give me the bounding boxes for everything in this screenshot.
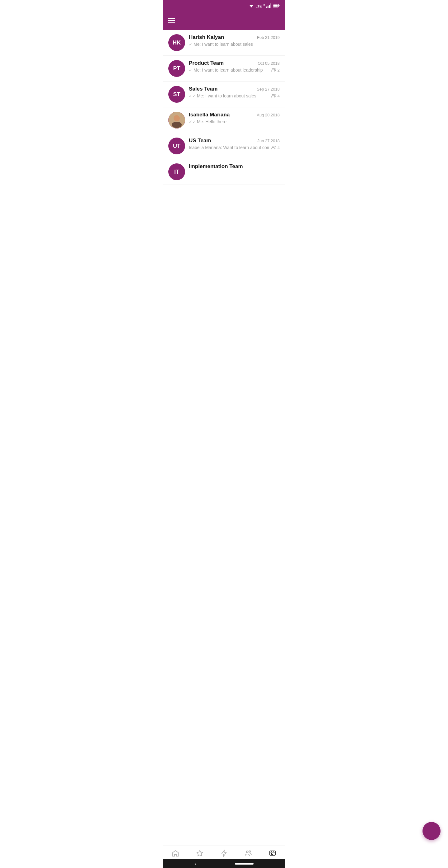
chat-name-row: US Team Jun 27,2018 — [189, 137, 280, 144]
chat-info-harish-kalyan: Harish Kalyan Feb 21,2019 ✓ Me: I want t… — [189, 34, 280, 47]
chat-date: Oct 05,2018 — [258, 61, 280, 66]
chat-preview-row: Isabella Mariana: Want to learn about co… — [189, 145, 280, 150]
chat-item-isabella-mariana[interactable]: Isabella Mariana Aug 20,2018 ✓✓ Me: Hell… — [163, 107, 285, 133]
chat-preview: Isabella Mariana: Want to learn about co… — [189, 145, 269, 150]
chat-info-us-team: US Team Jun 27,2018 Isabella Mariana: Wa… — [189, 137, 280, 150]
chat-name-row: Product Team Oct 05,2018 — [189, 60, 280, 66]
status-icons: LTE R — [249, 3, 280, 8]
chat-name: Isabella Mariana — [189, 112, 230, 118]
chat-name: Sales Team — [189, 86, 218, 92]
chat-date: Feb 21,2019 — [257, 35, 280, 40]
avatar-harish-kalyan: HK — [168, 34, 185, 51]
menu-button[interactable] — [168, 18, 175, 23]
chat-item-harish-kalyan[interactable]: HK Harish Kalyan Feb 21,2019 ✓ Me: I wan… — [163, 30, 285, 56]
back-button[interactable]: ‹ — [194, 861, 196, 866]
chat-info-isabella-mariana: Isabella Mariana Aug 20,2018 ✓✓ Me: Hell… — [189, 112, 280, 124]
people-icon — [271, 145, 276, 150]
people-icon — [271, 68, 276, 72]
chat-preview: ✓ Me: I want to learn about sales — [189, 42, 280, 47]
chat-preview-row: ✓ Me: I want to learn about leadership 2 — [189, 67, 280, 72]
svg-rect-4 — [269, 5, 270, 8]
chat-preview: ✓✓ Me: Hello there — [189, 119, 280, 124]
chat-item-implementation-team[interactable]: IT Implementation Team — [163, 159, 285, 185]
battery-icon — [273, 4, 280, 7]
chat-item-us-team[interactable]: UT US Team Jun 27,2018 Isabella Mariana:… — [163, 133, 285, 159]
svg-point-19 — [247, 851, 248, 853]
chat-preview: ✓ Me: I want to learn about leadership — [189, 67, 269, 72]
people-icon — [271, 94, 276, 98]
chat-name: Harish Kalyan — [189, 34, 224, 40]
chat-name-row: Harish Kalyan Feb 21,2019 — [189, 34, 280, 40]
svg-marker-1 — [249, 5, 254, 7]
status-bar: LTE R — [163, 0, 285, 11]
wifi-icon — [249, 4, 254, 7]
leaderboard-nav-icon — [196, 850, 203, 859]
avatar-product-team: PT — [168, 60, 185, 77]
chat-date: Jun 27,2018 — [257, 138, 280, 143]
chat-date: Sep 27,2018 — [257, 87, 280, 92]
svg-point-15 — [172, 122, 182, 128]
member-count: 4 — [271, 145, 280, 150]
chat-name-row: Isabella Mariana Aug 20,2018 — [189, 112, 280, 118]
svg-point-16 — [174, 116, 180, 121]
svg-point-12 — [274, 94, 275, 96]
svg-rect-2 — [266, 6, 267, 8]
chat-info-implementation-team: Implementation Team — [189, 163, 280, 171]
member-count: 2 — [271, 68, 280, 72]
home-indicator — [235, 863, 254, 865]
svg-rect-8 — [279, 5, 280, 6]
chat-item-product-team[interactable]: PT Product Team Oct 05,2018 ✓ Me: I want… — [163, 56, 285, 82]
chat-preview-row: ✓ Me: I want to learn about sales — [189, 42, 280, 47]
avatar-isabella-mariana — [168, 112, 185, 128]
chat-preview: ✓✓ Me: I want to learn about sales — [189, 93, 269, 98]
gesture-bar: ‹ — [163, 859, 285, 868]
chat-name: US Team — [189, 137, 211, 144]
chat-info-sales-team: Sales Team Sep 27,2018 ✓✓ Me: I want to … — [189, 86, 280, 98]
svg-point-10 — [274, 68, 275, 70]
member-count: 4 — [271, 94, 280, 98]
chat-preview-row: ✓✓ Me: Hello there — [189, 119, 280, 124]
chats-nav-icon — [269, 850, 276, 859]
svg-rect-5 — [270, 3, 271, 8]
chat-list: HK Harish Kalyan Feb 21,2019 ✓ Me: I wan… — [163, 30, 285, 216]
buzz-nav-icon — [220, 850, 228, 859]
lte-label: LTE R — [255, 3, 265, 8]
avatar-sales-team: ST — [168, 86, 185, 103]
chat-name-row: Sales Team Sep 27,2018 — [189, 86, 280, 92]
chat-name-row: Implementation Team — [189, 163, 280, 169]
chat-info-product-team: Product Team Oct 05,2018 ✓ Me: I want to… — [189, 60, 280, 72]
svg-point-20 — [249, 850, 251, 852]
avatar-us-team: UT — [168, 137, 185, 154]
chat-name: Implementation Team — [189, 163, 243, 169]
avatar-implementation-team: IT — [168, 163, 185, 180]
chat-name: Product Team — [189, 60, 224, 66]
svg-point-18 — [274, 146, 275, 147]
chat-date: Aug 20,2018 — [257, 113, 280, 117]
chat-item-sales-team[interactable]: ST Sales Team Sep 27,2018 ✓✓ Me: I want … — [163, 82, 285, 107]
chat-preview-row: ✓✓ Me: I want to learn about sales 4 — [189, 93, 280, 98]
signal-icon — [266, 3, 271, 8]
home-nav-icon — [172, 850, 179, 859]
svg-rect-7 — [274, 5, 278, 7]
svg-rect-3 — [267, 6, 268, 8]
header — [163, 11, 285, 30]
teams-nav-icon — [245, 850, 252, 859]
